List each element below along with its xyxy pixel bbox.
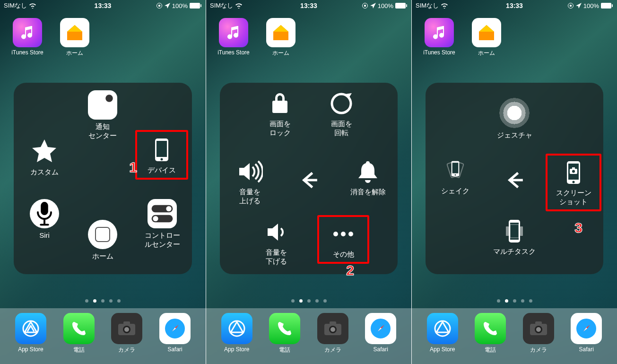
wifi-icon [29, 3, 36, 9]
multitask-button[interactable]: マルチタスク [488, 218, 540, 256]
rotate-screen-button[interactable]: 画面を回転 [315, 90, 367, 138]
lock-icon [267, 90, 293, 117]
svg-rect-15 [123, 321, 130, 325]
lock-screen-button[interactable]: 画面をロック [254, 90, 306, 138]
phone-app[interactable]: 電話 [473, 313, 507, 354]
svg-rect-21 [364, 5, 366, 7]
back-button[interactable] [283, 167, 335, 193]
itunes-store-app[interactable]: iTunes Store [422, 18, 456, 57]
svg-point-17 [124, 327, 129, 332]
svg-rect-54 [520, 226, 523, 236]
device-button[interactable]: デバイス [135, 130, 188, 180]
star-icon [31, 139, 58, 165]
siri-button[interactable]: Siri [18, 199, 70, 240]
phone-screen-3: SIMなし 13:33 100% iTunes Store ホーム ジェスチャ … [411, 0, 617, 364]
wifi-icon [441, 3, 448, 9]
volume-down-icon [263, 219, 289, 245]
camera-app[interactable]: カメラ [316, 313, 350, 354]
svg-rect-51 [510, 223, 519, 240]
status-bar: SIMなし 13:33 100% [412, 0, 617, 11]
phone-screen-2: SIMなし 13:33 100% iTunes Store ホーム 画面をロック… [206, 0, 411, 364]
volume-down-button[interactable]: 音量を下げる [250, 219, 302, 266]
rotate-icon [328, 90, 355, 117]
appstore-app[interactable]: App Store [426, 313, 460, 353]
more-button[interactable]: その他 [317, 215, 369, 264]
bell-icon [355, 158, 381, 185]
svg-rect-38 [612, 4, 613, 7]
svg-rect-2 [190, 3, 200, 9]
page-dots [0, 299, 206, 303]
svg-point-4 [105, 95, 113, 102]
shake-icon [442, 157, 469, 184]
svg-point-48 [572, 170, 575, 173]
home-button[interactable]: ホーム [77, 220, 129, 261]
battery-label: 100% [172, 2, 188, 9]
volume-up-button[interactable]: 音量を上げる [224, 158, 276, 206]
status-bar: SIMなし 13:33 100% [0, 0, 206, 11]
wifi-icon [235, 3, 243, 9]
svg-rect-30 [330, 321, 336, 325]
svg-rect-36 [570, 5, 572, 7]
svg-rect-37 [601, 3, 611, 9]
back-button[interactable] [488, 167, 540, 193]
screenshot-icon [560, 159, 587, 186]
home-app[interactable]: ホーム [58, 18, 92, 57]
volume-up-icon [236, 158, 263, 185]
phone-app[interactable]: 電話 [62, 313, 96, 354]
svg-point-59 [536, 327, 541, 332]
svg-rect-57 [535, 321, 542, 325]
control-center-button[interactable]: コントロールセンター [136, 199, 188, 249]
itunes-store-app[interactable]: iTunes Store [217, 18, 251, 57]
svg-point-46 [573, 181, 575, 183]
back-arrow-icon [501, 167, 528, 193]
gesture-icon [499, 98, 530, 128]
safari-icon [159, 313, 191, 344]
home-app[interactable]: ホーム [469, 18, 504, 57]
camera-icon [111, 313, 142, 344]
lock-rotation-icon [156, 2, 163, 9]
multitask-icon [501, 218, 528, 244]
svg-rect-42 [452, 163, 459, 173]
step-marker-2: 2 [346, 262, 354, 278]
home-apps: iTunes Store ホーム [0, 11, 206, 57]
notification-center-button[interactable]: 通知センター [77, 90, 129, 140]
phone-screen-1: SIMなし 13:33 100% iTunes Store ホーム [0, 0, 206, 364]
camera-app[interactable]: カメラ [110, 313, 144, 354]
assistivetouch-panel-3: ジェスチャ シェイク スクリーンショット 3 マルチタスク [426, 83, 603, 274]
svg-rect-23 [406, 4, 407, 7]
screenshot-button[interactable]: スクリーンショット [546, 154, 601, 211]
phone-icon [63, 313, 95, 344]
assistivetouch-panel-2: 画面をロック 画面を回転 音量を上げる 消音を解除 音量を下げる その他 2 [220, 83, 398, 274]
itunes-store-app[interactable]: iTunes Store [10, 18, 44, 57]
svg-rect-1 [158, 5, 160, 7]
clock: 13:33 [95, 2, 112, 9]
location-icon [370, 3, 376, 9]
phone-app[interactable]: 電話 [268, 313, 302, 354]
svg-rect-3 [200, 4, 201, 7]
shake-button[interactable]: シェイク [429, 157, 481, 196]
safari-app[interactable]: Safari [569, 313, 603, 353]
more-icon [330, 221, 356, 247]
lock-rotation-icon [362, 2, 368, 9]
home-app[interactable]: ホーム [264, 18, 298, 57]
device-icon [148, 137, 175, 163]
battery-icon [190, 3, 202, 9]
back-arrow-icon [295, 167, 322, 193]
unmute-button[interactable]: 消音を解除 [342, 158, 394, 197]
appstore-app[interactable]: App Store [220, 313, 254, 353]
camera-app[interactable]: カメラ [521, 313, 556, 354]
svg-point-12 [153, 216, 158, 221]
mic-icon [30, 199, 59, 228]
safari-app[interactable]: Safari [364, 313, 398, 353]
gesture-button[interactable]: ジェスチャ [488, 98, 540, 140]
step-marker-1: 1 [129, 159, 137, 175]
appstore-app[interactable]: App Store [14, 313, 48, 353]
lock-rotation-icon [567, 2, 574, 9]
custom-button[interactable]: カスタム [18, 139, 70, 177]
svg-point-7 [161, 158, 163, 161]
home-icon [88, 220, 117, 249]
notification-icon [88, 90, 117, 120]
safari-app[interactable]: Safari [158, 313, 192, 353]
battery-icon [601, 3, 613, 9]
svg-rect-6 [156, 141, 167, 157]
